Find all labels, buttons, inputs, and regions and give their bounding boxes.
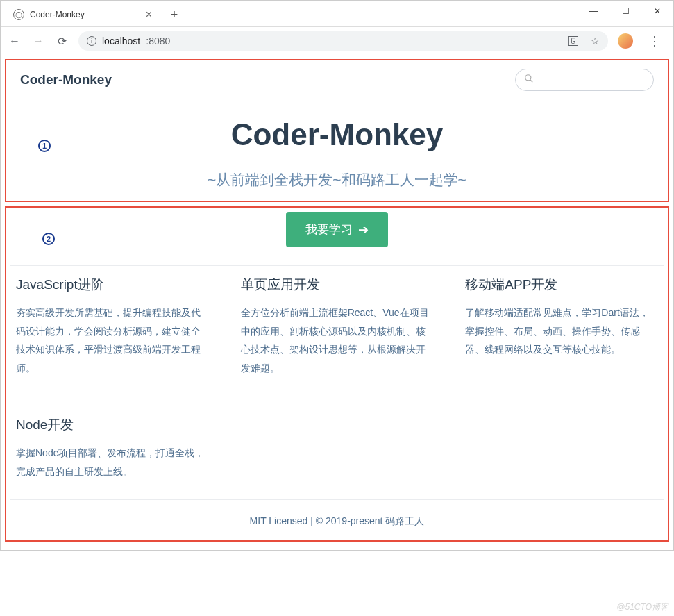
feature-desc: 夯实高级开发所需基础，提升编程技能及代码设计能力，学会阅读分析源码，建立健全技术… xyxy=(16,303,209,377)
watermark: @51CTO博客 xyxy=(616,601,668,613)
new-tab-button[interactable]: + xyxy=(165,5,184,24)
annotation-region-1: Coder-Monkey Coder-Monkey ~从前端到全栈开发~和码路工… xyxy=(5,59,669,202)
search-icon xyxy=(524,74,534,85)
hero-title: Coder-Monkey xyxy=(6,117,668,152)
feature-title: 移动端APP开发 xyxy=(465,276,658,294)
address-bar-row: ← → ⟳ i localhost:8080 🄶 ☆ ⋮ xyxy=(1,27,673,55)
close-window-button[interactable]: ✕ xyxy=(641,1,673,22)
tab-title: Coder-Monkey xyxy=(30,10,85,19)
feature-title: Node开发 xyxy=(16,416,209,434)
feature-title: JavaScript进阶 xyxy=(16,276,209,294)
address-bar[interactable]: i localhost:8080 🄶 ☆ xyxy=(78,31,608,51)
close-tab-icon[interactable]: × xyxy=(146,8,152,21)
feature-desc: 全方位分析前端主流框架React、Vue在项目中的应用、剖析核心源码以及内核机制… xyxy=(241,303,434,377)
browser-window: ◯ Coder-Monkey × + — ☐ ✕ ← → ⟳ i localho… xyxy=(0,0,674,551)
minimize-button[interactable]: — xyxy=(578,1,609,22)
feature-desc: 了解移动端适配常见难点，学习Dart语法，掌握控件、布局、动画、操作手势、传感器… xyxy=(465,303,658,359)
site-navbar: Coder-Monkey xyxy=(6,60,668,99)
profile-avatar[interactable] xyxy=(618,33,633,49)
features-grid: JavaScript进阶 夯实高级开发所需基础，提升编程技能及代码设计能力，学会… xyxy=(10,265,664,481)
page-content: Coder-Monkey Coder-Monkey ~从前端到全栈开发~和码路工… xyxy=(1,55,673,550)
maximize-button[interactable]: ☐ xyxy=(609,1,641,22)
url-port: :8080 xyxy=(146,35,170,47)
annotation-region-2: 2 我要学习 ➔ JavaScript进阶 夯实高级开发所需基础，提升编程技能及… xyxy=(5,206,669,542)
forward-icon: → xyxy=(31,35,45,47)
feature-spa: 单页应用开发 全方位分析前端主流框架React、Vue在项目中的应用、剖析核心源… xyxy=(241,276,434,377)
site-title[interactable]: Coder-Monkey xyxy=(20,72,112,88)
browser-titlebar: ◯ Coder-Monkey × + — ☐ ✕ xyxy=(1,1,673,27)
url-host: localhost xyxy=(102,35,140,47)
cta-label: 我要学习 xyxy=(305,222,353,238)
site-info-icon[interactable]: i xyxy=(87,36,96,46)
search-input[interactable] xyxy=(515,69,654,91)
arrow-right-icon: ➔ xyxy=(358,222,369,238)
svg-point-0 xyxy=(525,75,531,81)
translate-icon[interactable]: 🄶 xyxy=(568,35,578,47)
reload-icon[interactable]: ⟳ xyxy=(55,35,69,48)
cta-row: 我要学习 ➔ xyxy=(6,208,668,265)
feature-js: JavaScript进阶 夯实高级开发所需基础，提升编程技能及代码设计能力，学会… xyxy=(16,276,209,377)
annotation-marker-2: 2 xyxy=(42,233,55,245)
feature-mobile: 移动端APP开发 了解移动端适配常见难点，学习Dart语法，掌握控件、布局、动画… xyxy=(465,276,658,377)
browser-tab[interactable]: ◯ Coder-Monkey × xyxy=(6,3,159,26)
feature-desc: 掌握Node项目部署、发布流程，打通全栈，完成产品的自主研发上线。 xyxy=(16,444,209,481)
learn-button[interactable]: 我要学习 ➔ xyxy=(286,212,388,247)
hero-section: Coder-Monkey ~从前端到全栈开发~和码路工人一起学~ xyxy=(6,99,668,201)
svg-line-1 xyxy=(530,80,533,83)
menu-icon[interactable]: ⋮ xyxy=(643,33,666,49)
feature-title: 单页应用开发 xyxy=(241,276,434,294)
hero-subtitle: ~从前端到全栈开发~和码路工人一起学~ xyxy=(6,170,668,190)
feature-node: Node开发 掌握Node项目部署、发布流程，打通全栈，完成产品的自主研发上线。 xyxy=(16,416,209,481)
page-footer: MIT Licensed | © 2019-present 码路工人 xyxy=(10,499,664,536)
bookmark-icon[interactable]: ☆ xyxy=(591,35,600,47)
footer-text: MIT Licensed | © 2019-present 码路工人 xyxy=(250,515,425,526)
globe-icon: ◯ xyxy=(13,9,24,20)
annotation-marker-1: 1 xyxy=(38,140,51,152)
back-icon[interactable]: ← xyxy=(8,35,22,47)
